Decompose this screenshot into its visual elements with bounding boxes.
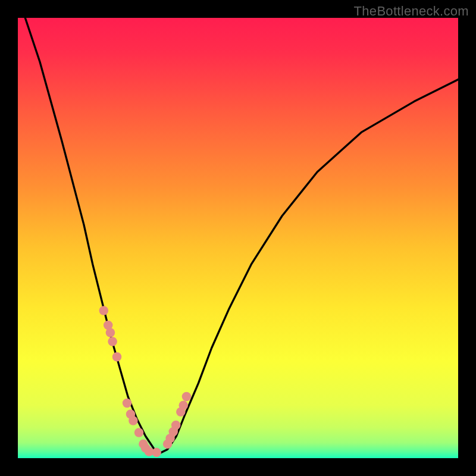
measured-point: [152, 448, 161, 458]
measured-point: [134, 428, 144, 437]
measured-point: [112, 352, 122, 362]
plot-area: [18, 18, 458, 458]
curve-layer: [18, 18, 458, 458]
bottleneck-curve: [18, 18, 458, 454]
watermark-text: TheBottleneck.com: [354, 4, 469, 19]
measured-point: [129, 416, 138, 425]
measured-point: [99, 306, 109, 315]
measured-point: [106, 328, 115, 337]
measured-point: [178, 400, 188, 410]
measured-point: [182, 392, 192, 402]
measured-point: [108, 337, 117, 346]
chart-canvas: TheBottleneck.com: [0, 0, 476, 476]
measured-point: [171, 421, 181, 430]
measured-point: [123, 399, 132, 408]
